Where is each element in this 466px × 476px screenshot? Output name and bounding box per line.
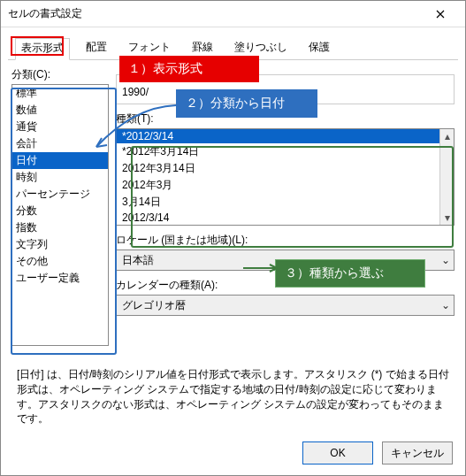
scroll-down-icon[interactable]: ▾ [440, 211, 454, 225]
close-icon [436, 10, 445, 19]
category-label: 分類(C): [11, 67, 109, 82]
scrollbar[interactable]: ▴ ▾ [439, 129, 454, 225]
category-column: 分類(C): 標準 数値 通貨 会計 日付 時刻 パーセンテージ 分数 指数 文… [11, 67, 109, 346]
type-listbox[interactable]: *2012/3/14 *2012年3月14日 2012年3月14日 2012年3… [116, 128, 455, 226]
locale-value: 日本語 [122, 253, 154, 268]
list-item[interactable]: 会計 [12, 135, 108, 152]
window-title: セルの書式設定 [8, 6, 82, 21]
dialog-window: セルの書式設定 表示形式 配置 フォント 罫線 塗りつぶし 保護 １）表示形式 … [0, 0, 466, 476]
calendar-combobox[interactable]: グレゴリオ暦 ⌄ [116, 295, 455, 316]
annotation-callout-1: １）表示形式 [119, 56, 259, 82]
button-row: OK キャンセル [302, 441, 453, 464]
title-bar: セルの書式設定 [1, 1, 465, 27]
list-item[interactable]: 分数 [12, 203, 108, 219]
list-item[interactable]: 3月14日 [117, 194, 439, 211]
category-listbox[interactable]: 標準 数値 通貨 会計 日付 時刻 パーセンテージ 分数 指数 文字列 その他 … [11, 84, 109, 346]
annotation-callout-3: ３）種類から選ぶ [275, 259, 425, 288]
list-item[interactable]: パーセンテージ [12, 186, 108, 203]
list-item[interactable]: 2012/3/14 [117, 211, 439, 225]
scroll-up-icon[interactable]: ▴ [440, 129, 454, 143]
chevron-down-icon: ⌄ [441, 299, 450, 311]
list-item[interactable]: 2012年3月 [117, 177, 439, 194]
list-item-selected[interactable]: *2012/3/14 [117, 129, 439, 143]
list-item[interactable]: 通貨 [12, 119, 108, 135]
annotation-callout-2: ２）分類から日付 [176, 89, 317, 118]
list-item[interactable]: ユーザー定義 [12, 270, 108, 287]
locale-label: ロケール (国または地域)(L): [116, 233, 455, 248]
close-button[interactable] [423, 2, 458, 27]
list-item[interactable]: 数値 [12, 102, 108, 119]
list-item[interactable]: その他 [12, 253, 108, 270]
list-item[interactable]: *2012年3月14日 [117, 143, 439, 160]
list-item[interactable]: 標準 [12, 85, 108, 102]
list-item-selected[interactable]: 日付 [12, 152, 108, 169]
list-item[interactable]: 2012年3月14日 [117, 160, 439, 177]
cancel-button[interactable]: キャンセル [382, 441, 453, 464]
list-item[interactable]: 指数 [12, 219, 108, 236]
list-item[interactable]: 時刻 [12, 169, 108, 186]
tab-alignment[interactable]: 配置 [80, 38, 112, 59]
description-text: [日付] は、日付/時刻のシリアル値を日付形式で表示します。アスタリスク (*)… [17, 367, 449, 426]
list-item[interactable]: 文字列 [12, 236, 108, 253]
tab-protection[interactable]: 保護 [303, 38, 335, 59]
calendar-value: グレゴリオ暦 [122, 298, 186, 313]
tab-display-format[interactable]: 表示形式 [15, 38, 70, 60]
ok-button[interactable]: OK [302, 441, 373, 464]
chevron-down-icon: ⌄ [441, 254, 450, 266]
